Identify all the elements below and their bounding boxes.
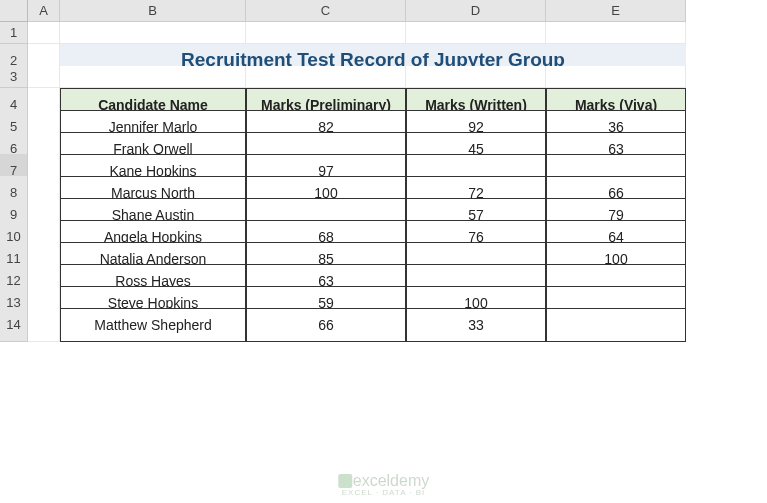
col-header-E[interactable]: E [546, 0, 686, 22]
row-header-14[interactable]: 14 [0, 308, 28, 342]
selectall-corner[interactable] [0, 0, 28, 22]
cell-C1[interactable] [246, 22, 406, 44]
td-name[interactable]: Matthew Shepherd [60, 308, 246, 342]
col-header-D[interactable]: D [406, 0, 546, 22]
cell-A14[interactable] [28, 308, 60, 342]
cell-D1[interactable] [406, 22, 546, 44]
cell-B3[interactable] [60, 66, 246, 88]
cell-A3[interactable] [28, 66, 60, 88]
watermark: exceldemy EXCEL · DATA · BI [338, 472, 429, 497]
col-header-A[interactable]: A [28, 0, 60, 22]
td-written[interactable]: 33 [406, 308, 546, 342]
td-prelim[interactable]: 66 [246, 308, 406, 342]
cell-B1[interactable] [60, 22, 246, 44]
cell-E1[interactable] [546, 22, 686, 44]
col-header-B[interactable]: B [60, 0, 246, 22]
watermark-sub: EXCEL · DATA · BI [338, 488, 429, 497]
cell-A1[interactable] [28, 22, 60, 44]
spreadsheet-grid: A B C D E 1 2 Recruitment Test Record of… [0, 0, 767, 330]
logo-icon [338, 474, 352, 488]
td-viva[interactable] [546, 308, 686, 342]
row-header-1[interactable]: 1 [0, 22, 28, 44]
cell-D3[interactable] [406, 66, 546, 88]
col-header-C[interactable]: C [246, 0, 406, 22]
watermark-main: exceldemy [353, 472, 429, 489]
cell-C3[interactable] [246, 66, 406, 88]
cell-E3[interactable] [546, 66, 686, 88]
row-header-3[interactable]: 3 [0, 66, 28, 88]
